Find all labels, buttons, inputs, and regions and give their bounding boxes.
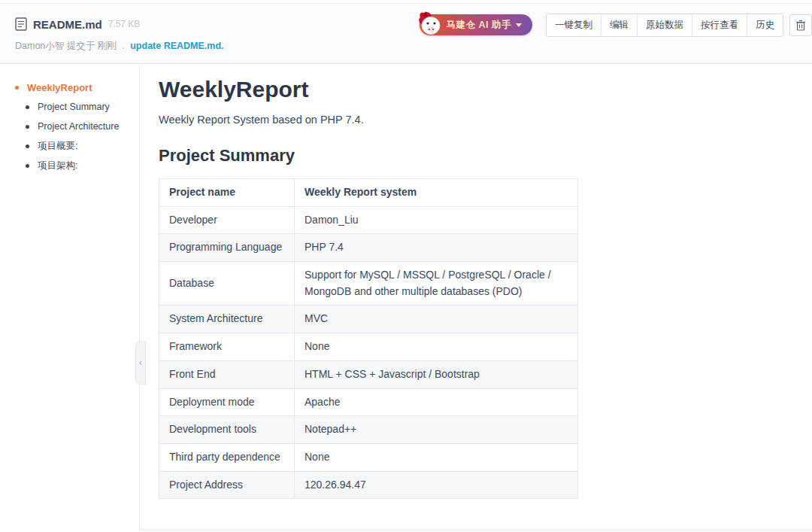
commit-row: Damon小智 提交于 刚刚 . update README.md. bbox=[0, 34, 812, 53]
bottom-edge-band bbox=[140, 528, 812, 531]
table-body: DeveloperDamon_LiuProgramming LanguagePH… bbox=[159, 206, 578, 499]
table-cell: Development tools bbox=[159, 416, 295, 444]
table-row: Front EndHTML + CSS + Javascript / Boots… bbox=[159, 360, 578, 388]
header-actions: 马建仓 AI 助手 一键复制编辑原始数据按行查看历史 bbox=[420, 14, 812, 36]
file-header: README.md 7.57 KB Damon小智 提交于 刚刚 . updat… bbox=[0, 3, 812, 64]
toc-item[interactable]: Project Architecture bbox=[0, 117, 139, 136]
ai-assistant-button[interactable]: 马建仓 AI 助手 bbox=[420, 14, 532, 35]
table-cell: Programming Language bbox=[159, 234, 295, 262]
document-icon bbox=[15, 17, 27, 31]
file-action-button[interactable]: 一键复制 bbox=[547, 14, 601, 36]
toc-item-label: 项目概要: bbox=[38, 140, 77, 153]
toc-item-label: Project Summary bbox=[38, 102, 110, 112]
intro-text: Weekly Report System based on PHP 7.4. bbox=[159, 114, 812, 126]
chevron-down-icon bbox=[516, 23, 522, 27]
table-cell: Notepad++ bbox=[295, 416, 578, 444]
table-cell: None bbox=[295, 443, 578, 471]
toc-sidebar: WeeklyReportProject SummaryProject Archi… bbox=[0, 64, 140, 531]
table-header-row: Project name Weekly Report system bbox=[159, 179, 578, 207]
table-cell: Apache bbox=[295, 388, 578, 416]
toc-item-label: Project Architecture bbox=[38, 121, 119, 132]
table-row: Third party dependenceNone bbox=[159, 443, 578, 471]
project-summary-table: Project name Weekly Report system Develo… bbox=[159, 178, 578, 499]
file-action-button[interactable]: 按行查看 bbox=[692, 14, 747, 36]
table-cell: None bbox=[295, 333, 578, 361]
file-size: 7.57 KB bbox=[108, 19, 141, 29]
table-cell: Framework bbox=[159, 333, 295, 361]
delete-file-button[interactable] bbox=[789, 14, 812, 36]
toc-item-label: WeeklyReport bbox=[27, 82, 92, 93]
table-cell: Deployment mode bbox=[159, 388, 295, 416]
page-title: WeeklyReport bbox=[159, 77, 812, 102]
table-cell: Support for MySQL / MSSQL / PostgreSQL /… bbox=[295, 262, 578, 306]
table-cell: Front End bbox=[159, 360, 295, 388]
table-cell: Third party dependence bbox=[159, 443, 295, 471]
file-action-button[interactable]: 编辑 bbox=[601, 14, 637, 36]
bullet-icon bbox=[15, 86, 19, 90]
commit-separator: . bbox=[122, 41, 124, 51]
commit-action-time: 提交于 刚刚 bbox=[67, 41, 117, 51]
page-body: WeeklyReportProject SummaryProject Archi… bbox=[0, 64, 812, 531]
table-cell: 120.26.94.47 bbox=[295, 471, 578, 499]
table-header-cell: Weekly Report system bbox=[295, 179, 578, 207]
table-row: System ArchitectureMVC bbox=[159, 306, 578, 333]
table-cell: HTML + CSS + Javascript / Bootstrap bbox=[295, 360, 578, 388]
toc-item[interactable]: Project Summary bbox=[0, 97, 139, 117]
table-row: DeveloperDamon_Liu bbox=[159, 206, 578, 234]
file-actions-group: 一键复制编辑原始数据按行查看历史 bbox=[546, 14, 783, 37]
toc-item[interactable]: WeeklyReport bbox=[0, 78, 139, 97]
bullet-icon bbox=[26, 125, 29, 129]
file-action-button[interactable]: 原始数据 bbox=[637, 14, 692, 36]
table-cell: System Architecture bbox=[159, 306, 295, 333]
toc-item-label: 项目架构: bbox=[38, 160, 77, 172]
commit-author[interactable]: Damon小智 bbox=[15, 41, 64, 51]
table-cell: Database bbox=[159, 262, 295, 306]
ai-assistant-label: 马建仓 AI 助手 bbox=[447, 19, 511, 32]
bullet-icon bbox=[26, 144, 29, 148]
table-cell: Damon_Liu bbox=[295, 206, 578, 234]
file-action-button[interactable]: 历史 bbox=[747, 14, 783, 36]
toc-list: WeeklyReportProject SummaryProject Archi… bbox=[0, 78, 139, 175]
sidebar-collapse-toggle[interactable]: ‹ bbox=[135, 341, 146, 385]
section-heading-project-summary: Project Summary bbox=[159, 146, 812, 166]
bullet-icon bbox=[26, 105, 29, 109]
trash-icon bbox=[795, 20, 806, 31]
table-cell: Developer bbox=[159, 206, 295, 234]
table-row: FrameworkNone bbox=[159, 333, 578, 361]
table-row: DatabaseSupport for MySQL / MSSQL / Post… bbox=[159, 262, 578, 306]
toc-item[interactable]: 项目概要: bbox=[0, 136, 139, 156]
table-row: Programming LanguagePHP 7.4 bbox=[159, 234, 578, 262]
table-cell: MVC bbox=[295, 306, 578, 333]
bullet-icon bbox=[26, 164, 29, 168]
commit-message-link[interactable]: update README.md. bbox=[130, 41, 223, 51]
table-row: Deployment modeApache bbox=[159, 388, 578, 416]
toc-item[interactable]: 项目架构: bbox=[0, 156, 139, 175]
file-name: README.md bbox=[33, 18, 102, 31]
table-header-cell: Project name bbox=[159, 179, 295, 207]
table-cell: Project Address bbox=[159, 471, 295, 499]
readme-content: WeeklyReport Weekly Report System based … bbox=[140, 64, 812, 531]
table-row: Development toolsNotepad++ bbox=[159, 416, 578, 444]
table-row: Project Address120.26.94.47 bbox=[159, 471, 578, 499]
horse-mascot-icon bbox=[417, 10, 445, 38]
chevron-left-icon: ‹ bbox=[139, 357, 142, 368]
table-cell: PHP 7.4 bbox=[295, 234, 578, 262]
